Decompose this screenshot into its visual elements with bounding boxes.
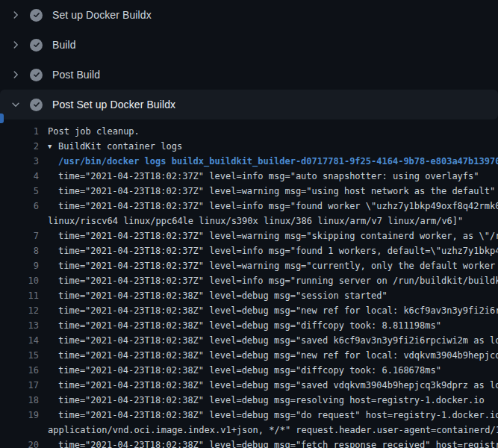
log-line-text: time="2021-04-23T18:02:37Z" level=warnin… bbox=[48, 228, 498, 243]
log-line-number[interactable]: 10 bbox=[6, 273, 39, 288]
step-label: Build bbox=[52, 39, 76, 51]
step-label: Post Build bbox=[52, 69, 100, 81]
log-line-number bbox=[6, 214, 39, 228]
log-line-text: time="2021-04-23T18:02:38Z" level=debug … bbox=[48, 393, 485, 408]
log-line-number[interactable]: 13 bbox=[6, 318, 39, 333]
step-list: Set up Docker BuildxBuildPost BuildPost … bbox=[0, 0, 498, 119]
log-group-toggle[interactable]: ▼BuildKit container logs bbox=[48, 139, 182, 154]
log-line-text: time="2021-04-23T18:02:38Z" level=debug … bbox=[48, 363, 441, 378]
log-output: 1Post job cleanup.2▼BuildKit container l… bbox=[0, 119, 498, 448]
log-line: 2▼BuildKit container logs bbox=[6, 139, 498, 154]
active-step-indicator bbox=[0, 113, 4, 123]
step-header-set-up-docker-buildx[interactable]: Set up Docker Buildx bbox=[0, 0, 498, 30]
step-header-build[interactable]: Build bbox=[0, 30, 498, 60]
log-line-continuation: application/vnd.oci.image.index.v1+json,… bbox=[6, 423, 498, 438]
log-line: 6time="2021-04-23T18:02:37Z" level=info … bbox=[6, 199, 498, 214]
log-command-text: /usr/bin/docker logs buildx_buildkit_bui… bbox=[48, 154, 498, 169]
step-label: Post Set up Docker Buildx bbox=[52, 99, 175, 111]
step-header-post-build[interactable]: Post Build bbox=[0, 60, 498, 90]
actions-log-viewer: Set up Docker BuildxBuildPost BuildPost … bbox=[0, 0, 498, 448]
log-line-number[interactable]: 4 bbox=[6, 169, 39, 184]
log-line-text: time="2021-04-23T18:02:37Z" level=warnin… bbox=[48, 184, 495, 199]
log-line-number[interactable]: 12 bbox=[6, 303, 39, 318]
log-line-text: time="2021-04-23T18:02:38Z" level=debug … bbox=[48, 438, 498, 448]
log-line-text: time="2021-04-23T18:02:38Z" level=debug … bbox=[48, 288, 387, 303]
log-line-number[interactable]: 18 bbox=[6, 393, 39, 408]
check-circle-icon bbox=[30, 99, 43, 111]
log-line-number[interactable]: 7 bbox=[6, 228, 39, 243]
log-line: 13time="2021-04-23T18:02:38Z" level=debu… bbox=[6, 318, 498, 333]
log-line-number[interactable]: 15 bbox=[6, 348, 39, 363]
log-line-text: time="2021-04-23T18:02:37Z" level=info m… bbox=[48, 243, 498, 258]
log-line-number[interactable]: 9 bbox=[6, 258, 39, 273]
log-line-text: time="2021-04-23T18:02:38Z" level=debug … bbox=[48, 333, 498, 348]
log-line-number[interactable]: 3 bbox=[6, 154, 39, 169]
log-line: 8time="2021-04-23T18:02:37Z" level=info … bbox=[6, 243, 498, 258]
log-line-text: application/vnd.oci.image.index.v1+json,… bbox=[48, 423, 498, 438]
log-line: 3/usr/bin/docker logs buildx_buildkit_bu… bbox=[6, 154, 498, 169]
log-line: 19time="2021-04-23T18:02:38Z" level=debu… bbox=[6, 408, 498, 423]
log-line-text: time="2021-04-23T18:02:38Z" level=debug … bbox=[48, 348, 498, 363]
log-line-text: linux/riscv64 linux/ppc64le linux/s390x … bbox=[48, 214, 463, 228]
log-line: 18time="2021-04-23T18:02:38Z" level=debu… bbox=[6, 393, 498, 408]
log-line-text: time="2021-04-23T18:02:37Z" level=warnin… bbox=[48, 258, 498, 273]
log-group-title: BuildKit container logs bbox=[58, 141, 182, 152]
log-line-number[interactable]: 16 bbox=[6, 363, 39, 378]
log-line-text: time="2021-04-23T18:02:38Z" level=debug … bbox=[48, 303, 498, 318]
step-label: Set up Docker Buildx bbox=[52, 9, 152, 21]
log-line-text: Post job cleanup. bbox=[48, 124, 140, 139]
log-line: 20time="2021-04-23T18:02:38Z" level=debu… bbox=[6, 438, 498, 448]
step-header-post-set-up-docker-buildx[interactable]: Post Set up Docker Buildx bbox=[0, 90, 498, 119]
log-line-text: time="2021-04-23T18:02:37Z" level=info m… bbox=[48, 169, 479, 184]
log-line: 9time="2021-04-23T18:02:37Z" level=warni… bbox=[6, 258, 498, 273]
log-line-number[interactable]: 5 bbox=[6, 184, 39, 199]
log-line-continuation: linux/riscv64 linux/ppc64le linux/s390x … bbox=[6, 214, 498, 228]
chevron-down-icon[interactable] bbox=[7, 97, 24, 112]
log-line-number[interactable]: 1 bbox=[6, 124, 39, 139]
log-line-number[interactable]: 2 bbox=[6, 139, 39, 154]
log-line: 14time="2021-04-23T18:02:38Z" level=debu… bbox=[6, 333, 498, 348]
log-line-number[interactable]: 19 bbox=[6, 408, 39, 423]
log-line-text: time="2021-04-23T18:02:37Z" level=info m… bbox=[48, 199, 498, 214]
check-circle-icon bbox=[30, 9, 43, 22]
log-line-number[interactable]: 6 bbox=[6, 199, 39, 214]
log-line: 17time="2021-04-23T18:02:38Z" level=debu… bbox=[6, 378, 498, 393]
log-line-number[interactable]: 11 bbox=[6, 288, 39, 303]
log-line: 12time="2021-04-23T18:02:38Z" level=debu… bbox=[6, 303, 498, 318]
log-line: 16time="2021-04-23T18:02:38Z" level=debu… bbox=[6, 363, 498, 378]
log-line: 15time="2021-04-23T18:02:38Z" level=debu… bbox=[6, 348, 498, 363]
log-line: 5time="2021-04-23T18:02:37Z" level=warni… bbox=[6, 184, 498, 199]
log-line-text: time="2021-04-23T18:02:38Z" level=debug … bbox=[48, 408, 498, 423]
log-line-number[interactable]: 17 bbox=[6, 378, 39, 393]
log-line-text: time="2021-04-23T18:02:38Z" level=debug … bbox=[48, 318, 441, 333]
log-line: 4time="2021-04-23T18:02:37Z" level=info … bbox=[6, 169, 498, 184]
log-line-number[interactable]: 20 bbox=[6, 438, 39, 448]
log-line-number[interactable]: 14 bbox=[6, 333, 39, 348]
log-line: 10time="2021-04-23T18:02:37Z" level=info… bbox=[6, 273, 498, 288]
log-line-number[interactable]: 8 bbox=[6, 243, 39, 258]
log-line-text: time="2021-04-23T18:02:38Z" level=debug … bbox=[48, 378, 498, 393]
chevron-right-icon[interactable] bbox=[7, 7, 24, 22]
chevron-right-icon[interactable] bbox=[7, 67, 24, 82]
log-line-number bbox=[6, 423, 39, 438]
chevron-right-icon[interactable] bbox=[7, 37, 24, 52]
check-circle-icon bbox=[30, 69, 43, 81]
log-line: 11time="2021-04-23T18:02:38Z" level=debu… bbox=[6, 288, 498, 303]
log-line-text: time="2021-04-23T18:02:37Z" level=info m… bbox=[48, 273, 498, 288]
log-line: 7time="2021-04-23T18:02:37Z" level=warni… bbox=[6, 228, 498, 243]
check-circle-icon bbox=[30, 39, 43, 52]
log-line: 1Post job cleanup. bbox=[6, 124, 498, 139]
group-collapse-triangle-icon[interactable]: ▼ bbox=[48, 139, 58, 154]
